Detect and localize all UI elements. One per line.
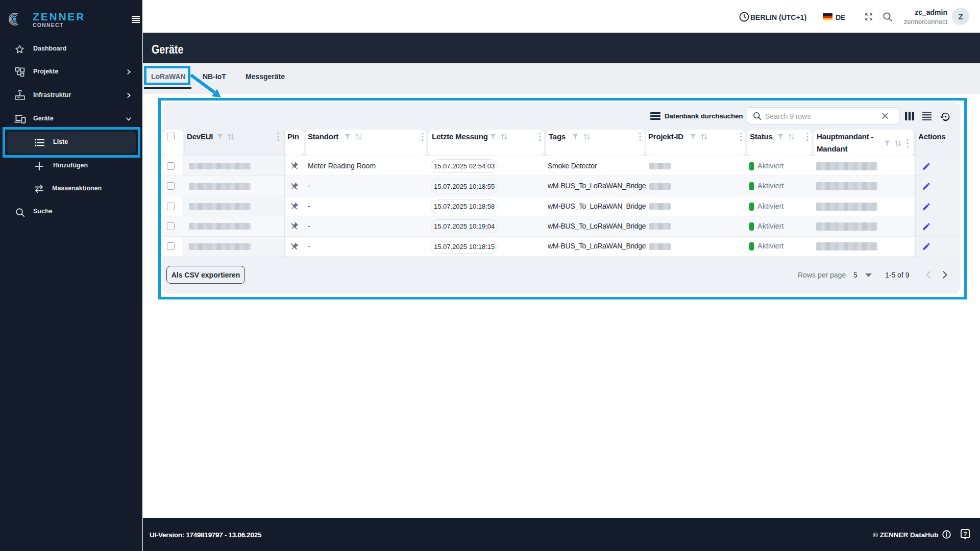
svg-text:?: ? [963, 531, 967, 538]
